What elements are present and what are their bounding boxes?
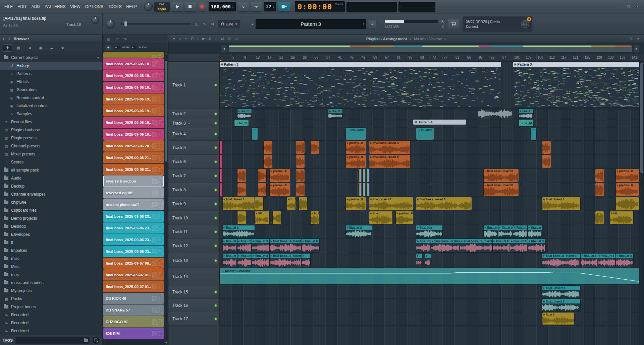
maximize-button[interactable]: ▢ [627,36,634,42]
clip-waveo[interactable] [237,169,246,182]
scrollbar-thumb[interactable] [640,63,643,173]
pattern-source-db-kick-40[interactable]: DB KICK 40 [103,293,164,304]
clip-final-boss-insert-8[interactable]: ▸final boss...insert 8 [484,183,519,196]
clip-fina-insert-3[interactable]: ▸fina...Insert 3 [542,299,580,311]
crosshair-icon[interactable]: ✛ [115,37,118,41]
playlist-scrollbar[interactable] [228,45,632,52]
track-header-4[interactable]: Track 4 [168,127,219,141]
track-lane-13[interactable]: ▸fina...rt 5▸fina...rt 3▸fina...rt 3▸fin… [220,253,639,268]
track-led[interactable] [215,304,217,306]
track-lane-6[interactable]: ▸prefina...8▸final boss...insert 8 [220,155,639,169]
close-button[interactable]: ✕ [635,36,642,42]
minimize-button[interactable]: — [614,4,623,10]
oscilloscope-icon[interactable]: ∿ [202,22,207,26]
clip-waveo[interactable] [296,141,305,154]
browser-item-rendered[interactable]: ∿Rendered [0,327,102,335]
pattern-source-final-boss-2025-09-06-23[interactable]: final boss_2025-09-06 23... [103,246,164,257]
browser-tab-cloud[interactable]: ☁ [47,44,56,52]
pattern-source-reverse-b-section[interactable]: reverse b section [103,176,164,187]
clip-waveo[interactable] [542,155,551,168]
browser-item-impulses[interactable]: Impulses [0,247,102,255]
clip-fi-5[interactable]: ▸fi...5 [311,211,319,224]
clip-waveo[interactable] [264,141,272,154]
track-led[interactable] [215,122,217,124]
clip-final-boss-5-insert-9[interactable]: ▸final boss...5_Insert 9 [270,239,302,252]
menu-edit[interactable]: EDIT [15,3,29,11]
track-lane-5[interactable]: ▸prefina...8▸final boss...insert 8 [220,141,639,155]
master-pitch-knob[interactable] [106,20,114,28]
clip-prefina-8[interactable]: ▸prefina...8 [346,197,366,210]
promo-panel[interactable]: 08/27 DEDZII | Remix Contest 3 [463,16,532,32]
song-mode-label[interactable]: SONG [154,7,170,12]
track-led[interactable] [215,217,217,219]
clip-prefina-8[interactable]: ▸prefina...8 [346,141,366,154]
track-led[interactable] [215,291,217,293]
delete-icon[interactable]: ⊘ [208,37,211,41]
project-knob[interactable] [92,16,99,24]
browser-item-history[interactable]: ↺History [0,62,102,70]
clip-wavey[interactable] [299,197,307,210]
magnet-icon[interactable]: ⊓ [191,37,194,41]
browser-item-channel-envelopes[interactable]: Channel envelopes [0,190,102,198]
track-lane-17[interactable]: ▸fi...rt 9 [220,312,639,326]
track-led[interactable] [215,189,217,191]
clip-fina-rt-3[interactable]: ▸fina...rt 3 [252,254,269,267]
track-led[interactable] [215,260,217,262]
clip-waveo[interactable] [595,183,604,196]
pattern-source-chz-bgo-hi[interactable]: CHZ BGO HI [103,316,164,328]
track-led[interactable] [215,84,217,86]
scroll-down-icon[interactable]: ▼ [164,341,168,345]
shop-cart-button[interactable] [448,19,459,29]
pattern-selector-spinner[interactable]: ▴▾ [363,22,364,26]
collapse-icon[interactable]: ▸ [3,37,5,41]
record-button[interactable] [198,2,207,11]
pattern-source-final-boss-2025-09-06-19[interactable]: final boss_2025-09-06 19... [103,93,164,105]
browser-item-channel-presets[interactable]: ▧Channel presets [0,142,102,150]
clip-fina-rt-3[interactable]: ▸fina...rt 3 [581,254,598,267]
track-lane-2[interactable]: ▸rev...f▸rev...ff▸rev...f [220,109,639,119]
clip-audio2lite[interactable] [478,109,513,118]
clip-wavey[interactable] [273,211,281,224]
main-volume-knob[interactable] [144,2,153,11]
clip-bx-bl-lo[interactable]: ⊸bx_bl...lo [519,120,533,126]
draw-icon[interactable]: ∕ [198,37,198,41]
pattern-source-final-boss-2025-09-06-23[interactable]: final boss_2025-09-06 23... [103,222,164,234]
pattern-source-final-boss-2025-09-06-21[interactable]: final boss_2025-09-06 21... [103,152,164,163]
clip-final-insert-8[interactable]: ▸final...Insert 8 [542,286,580,298]
clip-filt[interactable]: ▸filt... [255,211,269,224]
pattern-source-final-boss-2025-09-07-01[interactable]: final boss_2025-09-07 01... [103,269,164,281]
browser-item-current-project[interactable]: Current project▾ [0,54,102,62]
clip-waveo[interactable] [296,169,305,182]
track-header-5[interactable]: Track 5 [168,141,219,155]
menu-file[interactable]: FILE [2,3,15,11]
clip-in-ume[interactable]: ⊸In...ume [416,128,434,140]
track-header-13[interactable]: Track 13 [168,253,219,268]
pattern-source-final-boss-2025-09-06-20[interactable]: final boss_2025-09-06 20... [103,140,164,152]
browser-item-recorded[interactable]: ∿Recorded [0,311,102,319]
clip-waveo[interactable] [542,141,551,154]
pattern-source-db-snare-57[interactable]: DB SNARE 57 [103,304,164,316]
clip-fina-rt-3[interactable]: ▸fina...rt 3 [237,254,252,267]
track-header-10[interactable]: Track 10 [168,211,219,225]
pattern-source-final-boss-2025-09-06-19[interactable]: final boss_2025-09-06 19... [103,117,164,128]
clip-final-boss-1-insert-9[interactable]: ▸final boss...1_Insert 9 [460,239,492,252]
track-lane-9[interactable]: ▸final...Insert 3▸fi...3▸prefina...8▸fin… [220,197,639,211]
track-lane-1[interactable]: ⊞Pattern 3⊞Pattern 3 [220,62,639,109]
clip-fina-rt-5[interactable]: ▸fina...rt 5 [223,239,237,252]
clip-stripes[interactable] [358,169,369,182]
clip-wavey[interactable] [616,197,639,210]
snap-selector[interactable]: Line ▾ [218,20,240,28]
slide-toggle[interactable] [131,46,137,49]
scrollbar-thumb[interactable] [165,61,167,161]
clip-fi-rt-9[interactable]: ▸fi...rt 9 [542,313,574,325]
track-lane-12[interactable]: ▸fina...rt 5▸fina...rt 3▸fina...rt 3▸fin… [220,238,639,253]
wait-input-button[interactable]: ∿ [237,2,249,11]
pitch-slider-thumb[interactable] [124,21,127,26]
track-header-12[interactable]: Track 12 [168,238,219,253]
browser-item-project-bones[interactable]: Project bones [0,303,102,311]
clip-waveo[interactable] [264,155,272,168]
browser-item-scores[interactable]: ♫Scores [0,158,102,166]
clip-fina-rt-5[interactable]: ▸fina...rt 5 [528,225,542,237]
clip-prefina-8[interactable]: ▸prefina...8 [396,211,413,224]
clip-rev-f[interactable]: ▸rev...f [519,109,533,118]
